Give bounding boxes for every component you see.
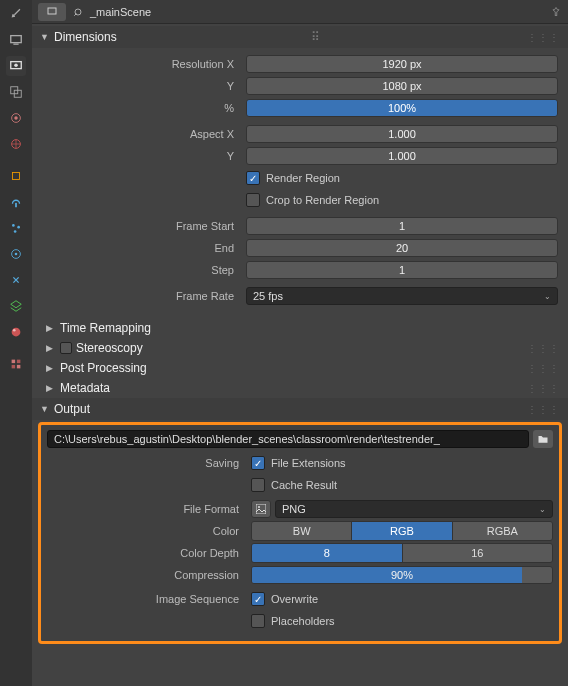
label-aspect-x: Aspect X [42, 128, 242, 140]
world-icon[interactable] [6, 134, 26, 154]
svg-rect-22 [48, 8, 56, 14]
frame-rate-select[interactable]: 25 fps ⌄ [246, 287, 558, 305]
editor-type-dropdown[interactable] [38, 3, 66, 21]
render-icon[interactable] [6, 30, 26, 50]
label-color-depth: Color Depth [47, 547, 247, 559]
properties-header: _mainScene [32, 0, 568, 24]
svg-rect-9 [13, 173, 20, 180]
panel-header-stereoscopy[interactable]: ▶ Stereoscopy ⋮⋮⋮ [32, 338, 568, 358]
resolution-y-field[interactable]: 1080 px [246, 77, 558, 95]
scene-icon[interactable] [6, 108, 26, 128]
chevron-down-icon: ▼ [40, 32, 50, 42]
frame-step-field[interactable]: 1 [246, 261, 558, 279]
compression-slider[interactable]: 90% [251, 566, 553, 584]
label-frame-start: Frame Start [42, 220, 242, 232]
panel-header-time-remapping[interactable]: ▶ Time Remapping [32, 318, 568, 338]
render-region-checkbox[interactable] [246, 171, 260, 185]
depth-16-button[interactable]: 16 [402, 544, 553, 562]
data-icon[interactable] [6, 296, 26, 316]
crop-region-label: Crop to Render Region [266, 194, 379, 206]
svg-rect-18 [12, 360, 16, 364]
render-region-label: Render Region [266, 172, 340, 184]
chevron-down-icon: ▼ [40, 404, 50, 414]
color-rgb-button[interactable]: RGB [351, 522, 451, 540]
depth-8-button[interactable]: 8 [252, 544, 402, 562]
frame-rate-value: 25 fps [253, 290, 283, 302]
panel-header-metadata[interactable]: ▶ Metadata ⋮⋮⋮ [32, 378, 568, 398]
svg-rect-20 [12, 365, 16, 369]
chevron-down-icon: ⌄ [544, 292, 551, 301]
label-res-y: Y [42, 80, 242, 92]
label-frame-step: Step [42, 264, 242, 276]
pin-icon[interactable] [550, 6, 562, 18]
physics-icon[interactable] [6, 244, 26, 264]
output-path-field[interactable]: C:\Users\rebus_agustin\Desktop\blender_s… [47, 430, 529, 448]
viewlayer-icon[interactable] [6, 82, 26, 102]
output-icon[interactable] [6, 56, 26, 76]
file-format-select[interactable]: PNG ⌄ [275, 500, 553, 518]
panel-grip-icon[interactable]: ⋮⋮⋮ [527, 343, 560, 354]
chevron-right-icon: ▶ [46, 383, 56, 393]
color-bw-button[interactable]: BW [252, 522, 351, 540]
panel-title: Time Remapping [60, 321, 151, 335]
frame-end-field[interactable]: 20 [246, 239, 558, 257]
panel-grip-icon[interactable]: ⋮⋮⋮ [527, 404, 560, 415]
svg-rect-24 [256, 504, 266, 514]
placeholders-label: Placeholders [271, 615, 335, 627]
label-color: Color [47, 525, 247, 537]
panel-title: Output [54, 402, 90, 416]
aspect-x-field[interactable]: 1.000 [246, 125, 558, 143]
frame-start-field[interactable]: 1 [246, 217, 558, 235]
panel-title: Post Processing [60, 361, 147, 375]
label-frame-rate: Frame Rate [42, 290, 242, 302]
label-image-sequence: Image Sequence [47, 593, 247, 605]
overwrite-checkbox[interactable] [251, 592, 265, 606]
panel-grip-icon[interactable]: ⋮⋮⋮ [527, 383, 560, 394]
panel-header-dimensions[interactable]: ▼ Dimensions ⠿ ⋮⋮⋮ [32, 26, 568, 48]
panel-grip-icon[interactable]: ⋮⋮⋮ [527, 363, 560, 374]
svg-point-25 [258, 506, 260, 508]
file-extensions-checkbox[interactable] [251, 456, 265, 470]
aspect-y-field[interactable]: 1.000 [246, 147, 558, 165]
label-res-x: Resolution X [42, 58, 242, 70]
browse-folder-button[interactable] [533, 430, 553, 448]
svg-point-12 [17, 226, 20, 229]
context-breadcrumb: _mainScene [90, 6, 151, 18]
label-frame-end: End [42, 242, 242, 254]
cache-result-checkbox[interactable] [251, 478, 265, 492]
panel-header-output[interactable]: ▼ Output ⋮⋮⋮ [32, 398, 568, 420]
chevron-right-icon: ▶ [46, 363, 56, 373]
svg-point-7 [14, 116, 18, 120]
placeholders-checkbox[interactable] [251, 614, 265, 628]
svg-rect-19 [17, 360, 21, 364]
svg-rect-1 [13, 44, 18, 45]
panel-title: Dimensions [54, 30, 117, 44]
file-format-value: PNG [282, 503, 306, 515]
panel-grip-icon[interactable]: ⋮⋮⋮ [527, 32, 560, 43]
svg-rect-21 [17, 365, 21, 369]
stereoscopy-checkbox[interactable] [60, 342, 72, 354]
panel-header-post-processing[interactable]: ▶ Post Processing ⋮⋮⋮ [32, 358, 568, 378]
object-icon[interactable] [6, 166, 26, 186]
material-icon[interactable] [6, 322, 26, 342]
texture-icon[interactable] [6, 354, 26, 374]
color-depth-toggle: 8 16 [251, 543, 553, 563]
crop-region-checkbox[interactable] [246, 193, 260, 207]
cache-result-label: Cache Result [271, 479, 337, 491]
chevron-right-icon: ▶ [46, 323, 56, 333]
panel-preset-icon[interactable]: ⠿ [311, 30, 320, 44]
svg-point-11 [12, 224, 15, 227]
tool-icon[interactable] [6, 4, 26, 24]
resolution-x-field[interactable]: 1920 px [246, 55, 558, 73]
chevron-right-icon: ▶ [46, 343, 56, 353]
image-type-icon [251, 500, 271, 518]
chevron-down-icon: ⌄ [539, 505, 546, 514]
particles-icon[interactable] [6, 218, 26, 238]
file-extensions-label: File Extensions [271, 457, 346, 469]
compression-value: 90% [391, 569, 413, 581]
svg-point-17 [13, 329, 16, 332]
modifier-icon[interactable] [6, 192, 26, 212]
constraints-icon[interactable] [6, 270, 26, 290]
color-rgba-button[interactable]: RGBA [452, 522, 552, 540]
resolution-percent-field[interactable]: 100% [246, 99, 558, 117]
